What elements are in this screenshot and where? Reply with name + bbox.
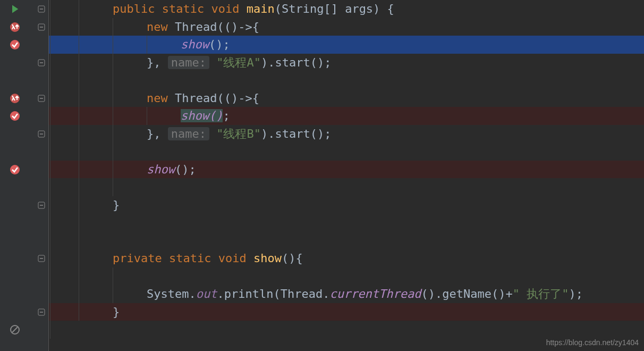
gutter-icons [0,0,32,351]
breakpoint-icon[interactable] [10,39,20,50]
watermark: https://blog.csdn.net/zy1404 [546,338,639,347]
code-line[interactable] [49,321,644,339]
fold-toggle-icon[interactable] [37,201,46,210]
code-token: ).start(); [261,127,331,140]
code-token: name: [168,127,209,140]
code-token: main [247,2,275,15]
code-token: void [218,252,247,265]
code-token: " 执行了" [513,287,569,300]
code-line[interactable]: show(); [49,107,644,125]
code-token [247,252,253,265]
code-token: ).start(); [261,56,331,69]
code-line[interactable]: new Thread(()->{ [49,89,644,107]
code-token [204,2,211,15]
gutter-fold [32,0,49,351]
code-token [209,56,216,69]
code-token: show [253,252,282,265]
code-token: System. [147,287,196,300]
code-token: }, [147,127,168,140]
svg-point-2 [10,94,20,103]
code-line[interactable]: private static void show(){ [49,249,644,268]
code-token [162,252,169,265]
code-line[interactable]: } [49,196,644,214]
code-token: show() [181,109,223,122]
code-line[interactable]: }, name: "线程B").start(); [49,125,644,143]
code-line[interactable]: System.out.println(Thread.currentThread(… [49,285,644,303]
code-token: currentThread [329,287,421,300]
code-token: name: [168,56,209,69]
code-editor[interactable]: public static void main(String[] args) {… [49,0,644,351]
code-token [211,252,218,265]
fold-toggle-icon[interactable] [37,254,46,263]
code-token: ().getName()+ [421,287,513,300]
fold-toggle-icon[interactable] [37,59,46,67]
code-line[interactable]: public static void main(String[] args) { [49,0,644,18]
code-token: void [211,2,239,15]
code-token: .println(Thread. [217,287,329,300]
code-token: new [147,91,168,105]
code-token: "线程B" [216,127,261,140]
code-token: ); [569,287,583,300]
code-token: ; [223,109,230,122]
code-token: (); [209,38,230,51]
code-token: private [113,252,162,265]
fold-toggle-icon[interactable] [37,5,46,13]
fold-toggle-icon[interactable] [37,23,46,31]
code-token: static [162,2,204,15]
code-token: Thread(()->{ [168,91,259,105]
code-token: Thread(()->{ [168,20,259,34]
code-token: public [113,2,155,15]
code-token: show [147,163,175,176]
code-line[interactable] [49,232,644,250]
code-token: } [113,198,120,212]
code-line[interactable] [49,214,644,232]
svg-point-3 [10,111,20,121]
lambda-up-icon[interactable] [10,22,20,32]
code-line[interactable] [49,268,644,286]
code-token: (String[] args) { [275,2,394,15]
code-line[interactable]: show(); [49,36,644,54]
code-line[interactable]: new Thread(()->{ [49,18,644,36]
code-token [155,2,162,15]
code-token: static [169,252,211,265]
code-token: new [147,20,168,34]
block-icon[interactable] [10,324,20,335]
code-token: out [196,287,217,300]
lambda-up-icon[interactable] [10,93,20,104]
code-token: show [181,38,209,51]
code-token: (){ [282,252,303,265]
code-token: }, [147,56,168,69]
code-line[interactable] [49,143,644,161]
fold-toggle-icon[interactable] [37,308,46,316]
code-line[interactable]: show(); [49,161,644,179]
svg-point-0 [10,22,20,32]
code-token: } [113,305,120,319]
code-line[interactable]: } [49,303,644,321]
run-icon[interactable] [10,4,20,14]
code-token [239,2,246,15]
fold-toggle-icon[interactable] [37,94,46,103]
code-line[interactable]: }, name: "线程A").start(); [49,54,644,72]
code-token: (); [175,163,196,176]
breakpoint-icon[interactable] [10,111,20,121]
fold-toggle-icon[interactable] [37,130,46,138]
svg-point-1 [10,40,20,49]
svg-line-6 [12,327,18,332]
code-line[interactable] [49,71,644,89]
breakpoint-icon[interactable] [10,164,20,175]
code-line[interactable] [49,178,644,196]
code-token [209,127,216,140]
code-token: "线程A" [216,56,261,69]
svg-point-4 [10,165,20,174]
